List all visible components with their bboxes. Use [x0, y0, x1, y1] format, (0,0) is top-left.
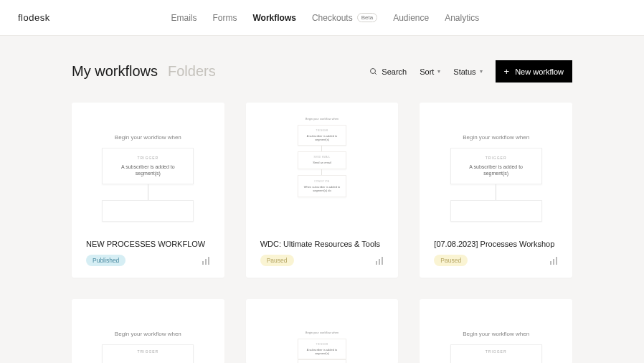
workflow-card[interactable]: Begin your workflow when TRIGGER [72, 299, 224, 363]
next-box [298, 359, 346, 363]
trigger-label: TRIGGER [108, 156, 187, 160]
trigger-box: TRIGGER A subscriber is added to segment… [102, 148, 194, 184]
status-label: Status [453, 67, 475, 76]
nav-checkouts-label: Checkouts [312, 13, 353, 23]
workflow-preview: Begin your workflow when TRIGGER A subsc… [246, 299, 399, 363]
trigger-label: TRIGGER [301, 343, 343, 346]
new-workflow-label: New workflow [515, 67, 564, 76]
workflow-preview: Begin your workflow when TRIGGER A subsc… [420, 103, 572, 228]
workflow-card[interactable]: Begin your workflow when TRIGGER A subsc… [72, 103, 224, 278]
trigger-text: A subscriber is added to segment(s) [301, 348, 343, 355]
condition-box: CONDITION When subscriber is added to se… [298, 175, 346, 197]
svg-rect-2 [202, 261, 204, 265]
trigger-box: TRIGGER A subscriber is added to segment… [298, 339, 346, 359]
begin-text: Begin your workflow when [306, 117, 338, 121]
connector [148, 184, 148, 200]
svg-rect-3 [205, 259, 207, 265]
new-workflow-button[interactable]: + New workflow [496, 60, 572, 82]
trigger-label: TRIGGER [301, 129, 343, 132]
workflow-preview: Begin your workflow when TRIGGER A subsc… [246, 103, 399, 228]
trigger-label: TRIGGER [108, 349, 187, 354]
workflow-title: [07.08.2023] Processes Workshop [434, 240, 558, 248]
workflow-preview: Begin your workflow when TRIGGER [72, 299, 224, 363]
connector [496, 184, 496, 200]
trigger-label: TRIGGER [457, 156, 536, 160]
status-badge: Paused [434, 255, 468, 266]
begin-text: Begin your workflow when [463, 331, 529, 337]
begin-text: Begin your workflow when [463, 134, 529, 141]
trigger-box: TRIGGER [450, 344, 542, 363]
trigger-text: A subscriber is added to segment(s) [457, 164, 536, 176]
svg-rect-7 [382, 257, 383, 265]
nav-forms[interactable]: Forms [213, 13, 237, 23]
connector [321, 146, 322, 151]
trigger-box: TRIGGER [102, 344, 194, 363]
plus-icon: + [504, 67, 510, 76]
svg-rect-8 [550, 261, 551, 265]
chevron-down-icon: ▾ [437, 68, 440, 75]
connector [321, 169, 322, 175]
sort-control[interactable]: Sort ▾ [420, 67, 440, 76]
workflow-card[interactable]: Begin your workflow when TRIGGER A subsc… [246, 103, 399, 278]
begin-text: Begin your workflow when [306, 331, 338, 334]
svg-rect-4 [208, 257, 209, 265]
nav-workflows[interactable]: Workflows [253, 13, 296, 23]
next-box [102, 200, 194, 222]
begin-text: Begin your workflow when [115, 134, 181, 141]
svg-point-0 [371, 68, 376, 73]
workflow-card[interactable]: Begin your workflow when TRIGGER A subsc… [420, 103, 572, 278]
begin-text: Begin your workflow when [115, 331, 181, 337]
search-icon [369, 67, 378, 76]
stats-icon[interactable] [202, 256, 210, 265]
nav-analytics[interactable]: Analytics [445, 13, 479, 23]
workflow-card[interactable]: Begin your workflow when TRIGGER A subsc… [246, 299, 399, 363]
condition-label: CONDITION [301, 180, 343, 183]
condition-text: When subscriber is added to segment(s) d… [301, 185, 343, 192]
brand-logo[interactable]: flodesk [18, 12, 50, 23]
svg-rect-10 [556, 257, 557, 265]
nav-audience[interactable]: Audience [393, 13, 429, 23]
stats-icon[interactable] [549, 256, 558, 265]
chevron-down-icon: ▾ [480, 68, 483, 75]
controls: Search Sort ▾ Status ▾ + New workflow [369, 60, 572, 82]
nav-emails[interactable]: Emails [171, 13, 196, 23]
stats-icon[interactable] [375, 256, 384, 265]
workflow-title: NEW PROCESSES WORKFLOW [86, 240, 210, 248]
tab-folders[interactable]: Folders [168, 63, 216, 80]
workflow-preview: Begin your workflow when TRIGGER A subsc… [72, 103, 224, 228]
beta-badge: Beta [357, 13, 377, 22]
trigger-box: TRIGGER A subscriber is added to segment… [450, 148, 542, 184]
svg-rect-9 [553, 259, 554, 265]
email-text: Send an email [301, 161, 343, 164]
email-box: SEND EMAIL Send an email [298, 151, 346, 169]
sort-label: Sort [420, 67, 434, 76]
email-label: SEND EMAIL [301, 156, 343, 159]
status-badge: Published [86, 255, 126, 266]
trigger-text: A subscriber is added to segment(s) [108, 164, 187, 176]
trigger-label: TRIGGER [457, 349, 536, 354]
tabs: My workflows Folders [72, 63, 216, 80]
workflow-title: WDC: Ultimate Resources & Tools [260, 240, 384, 248]
next-box [450, 200, 542, 222]
workflow-preview: Begin your workflow when TRIGGER [420, 299, 572, 363]
search-control[interactable]: Search [369, 67, 407, 76]
nav-checkouts[interactable]: Checkouts Beta [312, 13, 377, 23]
workflow-card[interactable]: Begin your workflow when TRIGGER [420, 299, 572, 363]
main-nav: Emails Forms Workflows Checkouts Beta Au… [171, 13, 479, 23]
trigger-text: A subscriber is added to segment(s) [301, 134, 343, 141]
tab-my-workflows[interactable]: My workflows [72, 63, 158, 80]
svg-rect-6 [379, 259, 380, 265]
svg-line-1 [375, 72, 377, 75]
trigger-box: TRIGGER A subscriber is added to segment… [298, 125, 346, 146]
status-badge: Paused [260, 255, 294, 266]
status-control[interactable]: Status ▾ [453, 67, 482, 76]
search-label: Search [382, 67, 407, 76]
svg-rect-5 [376, 261, 377, 265]
